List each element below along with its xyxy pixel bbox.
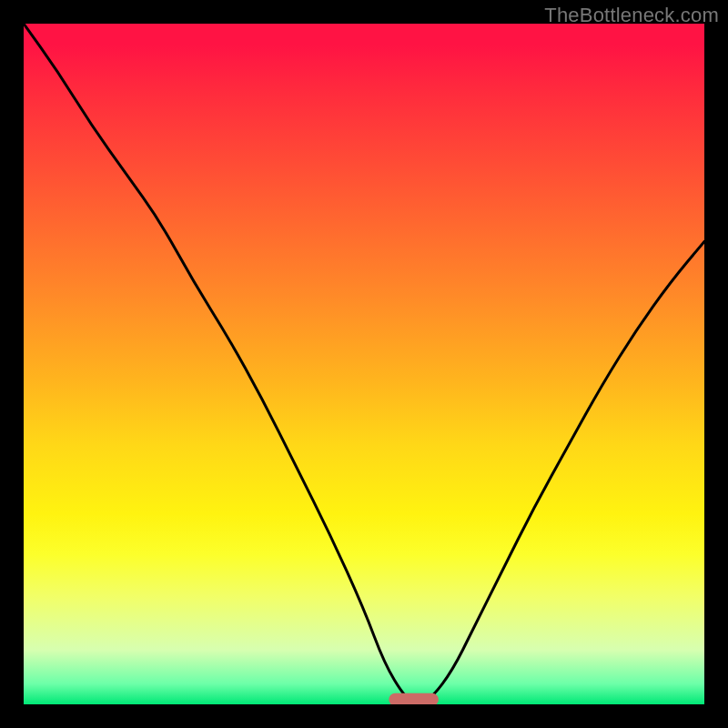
optimum-marker bbox=[389, 693, 439, 704]
plot-area bbox=[24, 24, 704, 704]
bottleneck-curve bbox=[24, 24, 704, 703]
chart-stage: TheBottleneck.com bbox=[0, 0, 728, 728]
curve-layer bbox=[24, 24, 704, 704]
watermark-text: TheBottleneck.com bbox=[544, 4, 719, 27]
